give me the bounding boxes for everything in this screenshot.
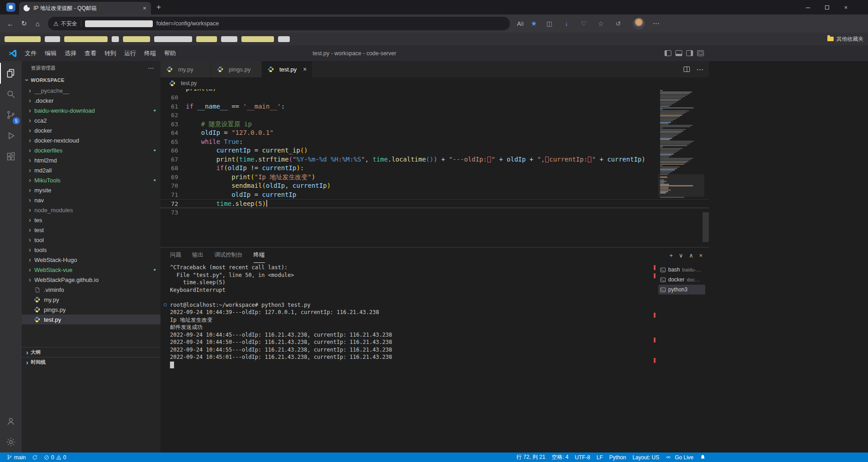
- status-item-4[interactable]: Python: [606, 452, 629, 462]
- browser-tab[interactable]: IP 地址改变提醒 - QQ邮箱 ×: [19, 2, 151, 14]
- status-item-0[interactable]: 行 72, 列 21: [513, 452, 548, 462]
- panel-tab-终端[interactable]: 终端: [254, 248, 265, 263]
- bookmark-redacted[interactable]: [196, 36, 217, 42]
- toggle-secondary-sidebar-icon[interactable]: [686, 50, 693, 56]
- status-item-6[interactable]: Go Live: [662, 452, 697, 462]
- tree-folder-cca2[interactable]: ›cca2: [22, 115, 160, 125]
- tree-file-pings.py[interactable]: pings.py: [22, 305, 160, 314]
- maximize-button[interactable]: [817, 4, 836, 11]
- browser-essentials-icon[interactable]: ♡: [575, 17, 592, 30]
- tree-folder-.docker[interactable]: ›.docker: [22, 95, 160, 105]
- tree-file-.viminfo[interactable]: .viminfo: [22, 285, 160, 295]
- run-debug-icon[interactable]: [0, 125, 22, 146]
- close-button[interactable]: ×: [836, 4, 855, 11]
- address-bar[interactable]: ⚠不安全 folder=/config/workspace: [48, 17, 510, 30]
- terminal-tab-python3[interactable]: python3: [658, 285, 705, 295]
- tree-folder-tes[interactable]: ›tes: [22, 215, 160, 225]
- settings-more-button[interactable]: ⋯: [649, 17, 663, 30]
- new-terminal-icon[interactable]: +: [670, 252, 673, 259]
- bookmark-redacted[interactable]: [241, 36, 274, 42]
- breadcrumb[interactable]: test.py: [160, 77, 709, 89]
- bookmark-redacted[interactable]: [112, 36, 119, 42]
- tab-close-icon[interactable]: ×: [303, 66, 307, 73]
- tree-folder-md2all[interactable]: ›md2all: [22, 165, 160, 175]
- tree-file-my.py[interactable]: my.py: [22, 295, 160, 305]
- tree-folder-tools[interactable]: ›tools: [22, 245, 160, 255]
- bookmark-redacted[interactable]: [154, 36, 192, 42]
- scrollbar-thumb[interactable]: [703, 212, 709, 242]
- tree-folder-dockerfiles[interactable]: ›dockerfiles●: [22, 145, 160, 155]
- menu-item-6[interactable]: 终端: [140, 49, 160, 57]
- bell-icon[interactable]: [697, 452, 709, 462]
- workspace-section-header[interactable]: › WORKSPACE: [22, 75, 160, 86]
- tab-actions-icon[interactable]: [6, 3, 15, 12]
- new-tab-button[interactable]: +: [156, 3, 161, 12]
- favorites-icon[interactable]: ☆: [592, 17, 609, 30]
- split-editor-icon[interactable]: [684, 67, 690, 72]
- bookmark-redacted[interactable]: [45, 36, 60, 42]
- favorite-star-icon[interactable]: ★: [527, 17, 541, 30]
- search-icon[interactable]: [0, 84, 22, 105]
- editor-more-icon[interactable]: ⋯: [696, 65, 703, 74]
- tree-folder-node_modules[interactable]: ›node_modules: [22, 205, 160, 215]
- explorer-icon[interactable]: [0, 63, 22, 84]
- status-item-3[interactable]: LF: [594, 452, 606, 462]
- tree-file-test.py[interactable]: test.py: [22, 314, 160, 324]
- profile-avatar[interactable]: [633, 18, 645, 29]
- panel-tab-输出[interactable]: 输出: [192, 248, 203, 263]
- close-panel-icon[interactable]: ×: [699, 252, 703, 259]
- tree-folder-docker[interactable]: ›docker: [22, 125, 160, 135]
- tree-folder-test[interactable]: ›test: [22, 225, 160, 235]
- sidebar-more-icon[interactable]: ⋯: [148, 64, 154, 71]
- menu-item-1[interactable]: 编辑: [41, 49, 61, 57]
- tree-folder-docker-nextcloud[interactable]: ›docker-nextcloud: [22, 135, 160, 145]
- menu-item-2[interactable]: 选择: [61, 49, 80, 57]
- editor-tab-pings.py[interactable]: pings.py: [211, 61, 262, 77]
- tree-folder-baidu-wenku-download[interactable]: ›baidu-wenku-download●: [22, 105, 160, 115]
- tree-folder-WebStack-Hugo[interactable]: ›WebStack-Hugo: [22, 255, 160, 265]
- maximize-panel-icon[interactable]: ∧: [689, 252, 693, 259]
- tab-close-icon[interactable]: ×: [142, 5, 147, 12]
- outline-section[interactable]: › 大纲: [22, 347, 160, 357]
- code-editor[interactable]: print(…)6061if __name__ == '__main__':62…: [160, 89, 709, 247]
- toggle-panel-icon[interactable]: [675, 50, 682, 56]
- toggle-sidebar-icon[interactable]: [665, 50, 671, 56]
- security-warning[interactable]: ⚠不安全: [53, 20, 77, 28]
- back-button[interactable]: ←: [4, 17, 17, 30]
- tree-folder-WebStackPage.github.io[interactable]: ›WebStackPage.github.io: [22, 275, 160, 285]
- editor-tab-my.py[interactable]: my.py: [160, 61, 211, 77]
- editor-tab-test.py[interactable]: test.py×: [262, 61, 312, 77]
- problems-indicator[interactable]: 0 0: [41, 452, 69, 462]
- menu-item-5[interactable]: 运行: [120, 49, 140, 57]
- status-item-1[interactable]: 空格: 4: [548, 452, 571, 462]
- minimap[interactable]: [660, 90, 703, 247]
- panel-tab-调试控制台[interactable]: 调试控制台: [214, 248, 243, 263]
- branch-indicator[interactable]: main: [4, 452, 29, 462]
- customize-layout-icon[interactable]: [697, 50, 704, 56]
- status-item-5[interactable]: Layout: US: [629, 452, 662, 462]
- terminal-tab-docker[interactable]: dockerdoc…: [658, 275, 705, 285]
- menu-item-3[interactable]: 查看: [80, 49, 100, 57]
- status-item-2[interactable]: UTF-8: [572, 452, 594, 462]
- terminal-tab-bash[interactable]: bashbaidu-…: [658, 265, 705, 275]
- bookmark-redacted[interactable]: [278, 36, 290, 42]
- editor-scrollbar[interactable]: [703, 89, 709, 247]
- bookmark-redacted[interactable]: [64, 36, 108, 42]
- menu-item-4[interactable]: 转到: [100, 49, 120, 57]
- bookmark-redacted[interactable]: [221, 36, 237, 42]
- tree-folder-mysite[interactable]: ›mysite: [22, 185, 160, 195]
- home-button[interactable]: ⌂: [31, 17, 44, 30]
- tree-folder-nav[interactable]: ›nav: [22, 195, 160, 205]
- source-control-icon[interactable]: 5: [0, 105, 22, 125]
- bookmark-redacted[interactable]: [123, 36, 150, 42]
- other-favorites-button[interactable]: 其他收藏夹: [827, 35, 863, 43]
- tree-folder-__pycache__[interactable]: ›__pycache__: [22, 86, 160, 95]
- panel-tab-问题[interactable]: 问题: [170, 248, 181, 263]
- minimize-button[interactable]: ─: [798, 4, 817, 11]
- terminal[interactable]: ^CTraceback (most recent call last): Fil…: [160, 263, 709, 452]
- bookmark-redacted[interactable]: [5, 36, 41, 42]
- tree-folder-html2md[interactable]: ›html2md: [22, 155, 160, 165]
- sync-button[interactable]: [29, 452, 41, 462]
- tree-folder-WebStack-vue[interactable]: ›WebStack-vue●: [22, 265, 160, 275]
- read-aloud-button[interactable]: A)): [514, 17, 527, 30]
